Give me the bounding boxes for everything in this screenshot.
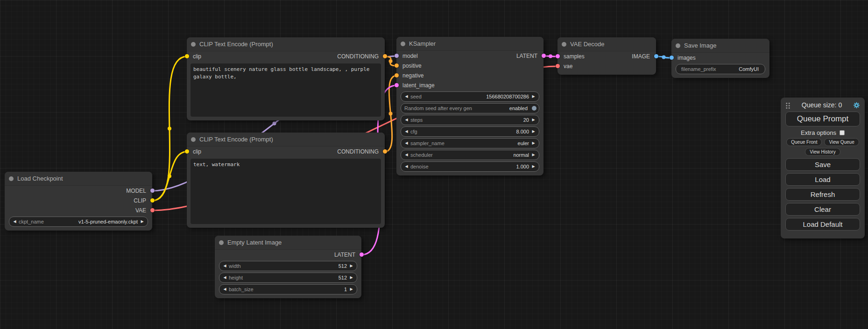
increment-arrow-icon[interactable]: ▶ bbox=[530, 130, 536, 133]
queue-front-button[interactable]: Queue Front bbox=[786, 138, 822, 146]
increment-arrow-icon[interactable]: ▶ bbox=[530, 95, 536, 98]
input-slot-model[interactable] bbox=[395, 54, 399, 58]
decrement-arrow-icon[interactable]: ◀ bbox=[222, 276, 228, 280]
decrement-arrow-icon[interactable]: ◀ bbox=[403, 165, 409, 168]
refresh-button[interactable]: Refresh bbox=[785, 188, 860, 201]
slot-row: images bbox=[671, 53, 769, 63]
output-slot-vae[interactable] bbox=[150, 208, 155, 212]
slot-row: latent_image bbox=[396, 80, 543, 90]
toggle-on-icon[interactable] bbox=[532, 106, 536, 111]
node-title-bar[interactable]: CLIP Text Encode (Prompt) bbox=[187, 37, 385, 51]
batch-size-widget[interactable]: ◀ batch_size 1 ▶ bbox=[219, 284, 357, 294]
random-seed-toggle-widget[interactable]: Random seed after every gen enabled bbox=[401, 103, 539, 113]
width-widget[interactable]: ◀ width 512 ▶ bbox=[219, 261, 357, 271]
node-title-bar[interactable]: KSampler bbox=[396, 37, 543, 51]
queue-prompt-button[interactable]: Queue Prompt bbox=[785, 112, 860, 126]
graph-canvas[interactable]: Load Checkpoint MODEL CLIP VAE ◀ ckpt_na… bbox=[0, 0, 868, 329]
node-title-bar[interactable]: Empty Latent Image bbox=[215, 236, 361, 250]
node-title-bar[interactable]: Load Checkpoint bbox=[5, 172, 152, 186]
collapse-dot-icon[interactable] bbox=[219, 240, 224, 245]
node-vae-decode[interactable]: VAE Decode samples IMAGE vae bbox=[557, 37, 656, 75]
queue-menu-panel[interactable]: Queue size: 0 Queue Prompt Extra options… bbox=[781, 98, 865, 238]
output-slot-latent[interactable] bbox=[542, 54, 546, 58]
output-label-conditioning: CONDITIONING bbox=[337, 53, 379, 60]
collapse-dot-icon[interactable] bbox=[191, 42, 196, 47]
ckpt-name-widget[interactable]: ◀ ckpt_name v1-5-pruned-emaonly.ckpt ▶ bbox=[9, 217, 148, 227]
decrement-arrow-icon[interactable]: ◀ bbox=[403, 153, 409, 157]
node-clip-text-encode-positive[interactable]: CLIP Text Encode (Prompt) clip CONDITION… bbox=[187, 37, 385, 120]
steps-widget[interactable]: ◀ steps 20 ▶ bbox=[401, 115, 539, 125]
increment-arrow-icon[interactable]: ▶ bbox=[530, 153, 536, 157]
node-title-bar[interactable]: Save Image bbox=[671, 39, 769, 53]
denoise-widget[interactable]: ◀ denoise 1.000 ▶ bbox=[401, 161, 539, 172]
increment-arrow-icon[interactable]: ▶ bbox=[530, 118, 536, 122]
scheduler-widget[interactable]: ◀ scheduler normal ▶ bbox=[401, 150, 539, 160]
settings-gear-icon[interactable] bbox=[853, 102, 860, 109]
output-label-clip: CLIP bbox=[134, 197, 146, 204]
increment-arrow-icon[interactable]: ▶ bbox=[348, 264, 354, 268]
input-slot-positive[interactable] bbox=[395, 63, 399, 68]
output-slot-conditioning[interactable] bbox=[383, 54, 387, 58]
input-slot-clip[interactable] bbox=[185, 54, 189, 58]
collapse-dot-icon[interactable] bbox=[191, 137, 196, 142]
link-midpoint-dot bbox=[168, 127, 171, 131]
decrement-arrow-icon[interactable]: ◀ bbox=[222, 264, 228, 268]
cfg-widget[interactable]: ◀ cfg 8.000 ▶ bbox=[401, 126, 539, 137]
height-widget[interactable]: ◀ height 512 ▶ bbox=[219, 273, 357, 283]
collapse-dot-icon[interactable] bbox=[676, 43, 680, 48]
prompt-textarea[interactable]: beautiful scenery nature glass bottle la… bbox=[191, 63, 381, 117]
input-slot-clip[interactable] bbox=[185, 149, 189, 154]
widget-value: euler bbox=[518, 140, 529, 146]
node-save-image[interactable]: Save Image images filename_prefix ComfyU… bbox=[671, 39, 769, 78]
input-label-vae: vae bbox=[564, 63, 572, 70]
output-slot-latent[interactable] bbox=[360, 252, 364, 257]
node-clip-text-encode-negative[interactable]: CLIP Text Encode (Prompt) clip CONDITION… bbox=[187, 133, 385, 228]
save-button[interactable]: Save bbox=[785, 158, 860, 171]
input-slot-samples[interactable] bbox=[556, 54, 560, 58]
decrement-arrow-icon[interactable]: ◀ bbox=[403, 95, 409, 98]
increment-arrow-icon[interactable]: ▶ bbox=[530, 141, 536, 145]
view-history-button[interactable]: View History bbox=[805, 148, 840, 156]
slot-row: positive bbox=[396, 61, 543, 70]
node-title-bar[interactable]: CLIP Text Encode (Prompt) bbox=[187, 133, 385, 147]
widget-label: cfg bbox=[410, 129, 417, 134]
load-default-button[interactable]: Load Default bbox=[785, 218, 860, 231]
node-load-checkpoint[interactable]: Load Checkpoint MODEL CLIP VAE ◀ ckpt_na… bbox=[5, 172, 152, 231]
output-slot-conditioning[interactable] bbox=[383, 149, 387, 154]
increment-arrow-icon[interactable]: ▶ bbox=[530, 165, 536, 168]
collapse-dot-icon[interactable] bbox=[9, 176, 14, 181]
increment-arrow-icon[interactable]: ▶ bbox=[139, 220, 145, 224]
view-queue-button[interactable]: View Queue bbox=[824, 138, 859, 146]
load-button[interactable]: Load bbox=[785, 173, 860, 186]
decrement-arrow-icon[interactable]: ◀ bbox=[222, 287, 228, 291]
clear-button[interactable]: Clear bbox=[785, 203, 860, 216]
increment-arrow-icon[interactable]: ▶ bbox=[348, 276, 354, 280]
output-slot-clip[interactable] bbox=[150, 198, 155, 203]
node-ksampler[interactable]: KSampler model LATENT positive negative … bbox=[396, 37, 543, 175]
decrement-arrow-icon[interactable]: ◀ bbox=[12, 220, 18, 224]
prompt-textarea[interactable]: text, watermark bbox=[191, 159, 381, 224]
extra-options-checkbox[interactable] bbox=[840, 130, 845, 135]
seed-widget[interactable]: ◀ seed 156680208700286 ▶ bbox=[401, 91, 539, 102]
input-slot-latent-image[interactable] bbox=[395, 83, 399, 87]
output-slot-image[interactable] bbox=[654, 54, 658, 58]
input-slot-vae[interactable] bbox=[556, 64, 560, 68]
decrement-arrow-icon[interactable]: ◀ bbox=[403, 118, 409, 122]
widget-label: ckpt_name bbox=[19, 219, 44, 224]
widget-value: 1.000 bbox=[516, 164, 529, 169]
menu-header: Queue size: 0 bbox=[785, 101, 860, 109]
node-empty-latent-image[interactable]: Empty Latent Image LATENT ◀ width 512 ▶ … bbox=[215, 236, 361, 298]
node-title-bar[interactable]: VAE Decode bbox=[557, 37, 656, 51]
collapse-dot-icon[interactable] bbox=[562, 42, 566, 47]
drag-handle-icon[interactable] bbox=[785, 102, 790, 109]
increment-arrow-icon[interactable]: ▶ bbox=[348, 287, 354, 291]
decrement-arrow-icon[interactable]: ◀ bbox=[403, 141, 409, 145]
input-slot-images[interactable] bbox=[670, 56, 674, 60]
decrement-arrow-icon[interactable]: ◀ bbox=[403, 130, 409, 133]
filename-prefix-widget[interactable]: filename_prefix ComfyUI bbox=[676, 64, 765, 74]
sampler-name-widget[interactable]: ◀ sampler_name euler ▶ bbox=[401, 138, 539, 148]
collapse-dot-icon[interactable] bbox=[401, 42, 405, 46]
node-title: CLIP Text Encode (Prompt) bbox=[199, 41, 273, 48]
input-slot-negative[interactable] bbox=[395, 73, 399, 77]
output-slot-model[interactable] bbox=[150, 189, 155, 193]
